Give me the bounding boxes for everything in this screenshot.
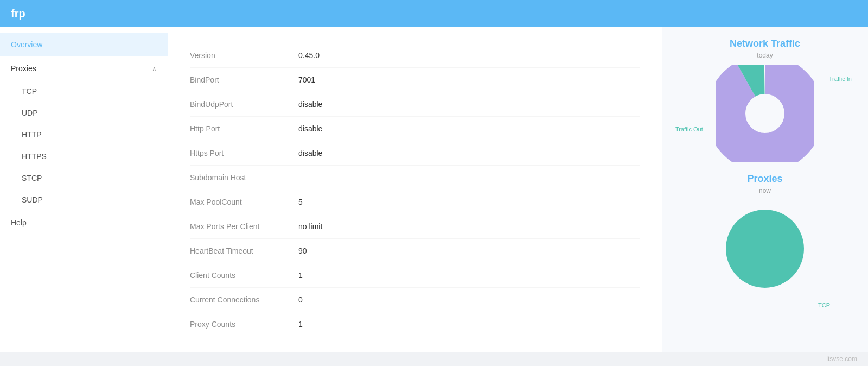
info-value: 5	[298, 198, 303, 206]
sidebar-item-sudp[interactable]: SUDP	[0, 189, 168, 211]
info-value: no limit	[298, 222, 322, 231]
info-value: disable	[298, 100, 322, 109]
info-label: Current Connections	[190, 295, 298, 304]
info-label: Subdomain Host	[190, 173, 298, 182]
info-row: BindPort 7001	[190, 68, 640, 92]
app-title: frp	[11, 8, 25, 20]
app-header: frp	[0, 0, 868, 27]
info-row: Http Port disable	[190, 117, 640, 141]
info-row: Subdomain Host	[190, 166, 640, 190]
info-value: 90	[298, 247, 307, 255]
footer: itsvse.com	[0, 352, 868, 366]
proxies-chart: TCP	[716, 200, 814, 298]
sidebar-item-overview[interactable]: Overview	[0, 33, 168, 56]
sidebar-udp-label: UDP	[22, 109, 38, 117]
info-value: 0.45.0	[298, 51, 320, 60]
svg-point-2	[726, 210, 804, 288]
network-traffic-section: Network Traffic today Traffic In Traffic…	[673, 38, 857, 162]
info-row: Https Port disable	[190, 141, 640, 166]
main-layout: Overview Proxies TCP UDP HTTP HTTPS STCP…	[0, 27, 868, 352]
traffic-out-legend: Traffic Out	[675, 126, 703, 132]
sidebar-item-udp[interactable]: UDP	[0, 102, 168, 124]
info-row: Max Ports Per Client no limit	[190, 214, 640, 239]
proxies-pie-svg	[716, 200, 814, 298]
svg-point-0	[726, 74, 804, 153]
sidebar-https-label: HTTPS	[22, 152, 47, 161]
info-label: BindUdpPort	[190, 100, 298, 109]
sidebar-item-stcp[interactable]: STCP	[0, 167, 168, 189]
network-traffic-title: Network Traffic	[730, 38, 800, 49]
sidebar-item-help[interactable]: Help	[0, 211, 168, 235]
info-label: Client Counts	[190, 271, 298, 280]
network-traffic-subtitle: today	[757, 52, 773, 59]
content-area: Version 0.45.0 BindPort 7001 BindUdpPort…	[168, 27, 868, 352]
info-label: Https Port	[190, 149, 298, 157]
info-row: BindUdpPort disable	[190, 92, 640, 117]
info-value: 1	[298, 271, 303, 280]
info-value: 0	[298, 295, 303, 304]
info-label: Max Ports Per Client	[190, 222, 298, 231]
info-value: disable	[298, 124, 322, 133]
info-value: disable	[298, 149, 322, 157]
proxies-chart-section: Proxies now TCP	[673, 173, 857, 298]
tcp-legend: TCP	[818, 302, 830, 308]
info-row: Version 0.45.0	[190, 43, 640, 68]
sidebar-proxies-label: Proxies	[11, 64, 36, 73]
info-row: HeartBeat Timeout 90	[190, 239, 640, 263]
info-label: Proxy Counts	[190, 320, 298, 329]
watermark: itsvse.com	[826, 355, 857, 363]
sidebar-item-https[interactable]: HTTPS	[0, 146, 168, 167]
sidebar-item-http[interactable]: HTTP	[0, 124, 168, 146]
info-label: HeartBeat Timeout	[190, 247, 298, 255]
info-value: 7001	[298, 75, 315, 84]
info-row: Proxy Counts 1	[190, 312, 640, 336]
info-label: Http Port	[190, 124, 298, 133]
info-label: BindPort	[190, 75, 298, 84]
chevron-up-icon	[152, 64, 157, 73]
info-label: Version	[190, 51, 298, 60]
traffic-in-legend: Traffic In	[829, 75, 852, 82]
network-traffic-chart: Traffic In Traffic Out	[716, 65, 814, 162]
info-panel: Version 0.45.0 BindPort 7001 BindUdpPort…	[168, 27, 662, 352]
sidebar-stcp-label: STCP	[22, 174, 42, 182]
sidebar-help-label: Help	[11, 218, 27, 227]
proxies-chart-title: Proxies	[747, 173, 782, 185]
sidebar-item-tcp[interactable]: TCP	[0, 80, 168, 102]
sidebar-sudp-label: SUDP	[22, 195, 43, 204]
traffic-pie-svg	[716, 65, 814, 162]
info-row: Client Counts 1	[190, 263, 640, 288]
info-value: 1	[298, 320, 303, 329]
sidebar-http-label: HTTP	[22, 130, 42, 139]
info-row: Current Connections 0	[190, 288, 640, 312]
sidebar-item-proxies[interactable]: Proxies	[0, 56, 168, 80]
info-row: Max PoolCount 5	[190, 190, 640, 214]
sidebar-overview-label: Overview	[11, 40, 42, 49]
sidebar-tcp-label: TCP	[22, 87, 37, 96]
proxies-chart-subtitle: now	[759, 187, 771, 194]
info-label: Max PoolCount	[190, 198, 298, 206]
charts-panel: Network Traffic today Traffic In Traffic…	[662, 27, 868, 352]
sidebar: Overview Proxies TCP UDP HTTP HTTPS STCP…	[0, 27, 168, 352]
